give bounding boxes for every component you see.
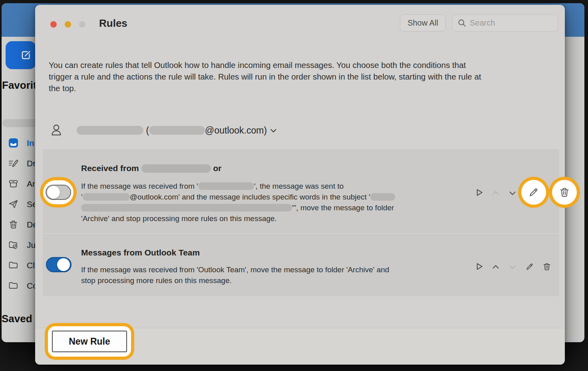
redacted-sender bbox=[198, 182, 254, 190]
chevron-down-icon bbox=[269, 126, 278, 135]
sidebar-item-deleted[interactable]: De bbox=[8, 219, 38, 230]
sidebar-item-label: Dr bbox=[27, 159, 36, 168]
sidebar-item-junk[interactable]: Ju bbox=[8, 239, 36, 250]
show-all-button[interactable]: Show All bbox=[400, 14, 446, 32]
show-all-label: Show All bbox=[407, 18, 438, 28]
rule1-desc-text: ', the message was sent to bbox=[254, 182, 344, 191]
rule2-desc-text: If the message was received from 'Outloo… bbox=[81, 265, 389, 274]
sidebar-item-label: Ar bbox=[27, 179, 35, 189]
search-field[interactable] bbox=[452, 14, 558, 32]
new-rule-highlight: New Rule bbox=[45, 323, 134, 360]
sidebar-item-inbox[interactable]: In bbox=[8, 138, 34, 148]
redacted-account-email bbox=[149, 126, 205, 135]
sidebar-item-label: In bbox=[27, 138, 34, 148]
rule1-title: Received from or bbox=[81, 164, 221, 173]
rules-intro-text: You can create rules that tell Outlook h… bbox=[49, 59, 491, 94]
inbox-icon bbox=[8, 138, 19, 148]
rule2-move-up-icon[interactable] bbox=[491, 263, 500, 271]
new-rule-label: New Rule bbox=[69, 336, 110, 347]
folder-icon bbox=[8, 280, 19, 291]
sidebar-item-folder-1[interactable]: Cl bbox=[8, 260, 35, 271]
rule1-move-down-icon[interactable] bbox=[508, 189, 517, 197]
rule2-description: If the message was received from 'Outloo… bbox=[81, 264, 389, 286]
rule2-run-icon[interactable] bbox=[475, 262, 484, 271]
zoom-button bbox=[79, 21, 85, 28]
compose-icon bbox=[20, 49, 32, 61]
rules-dialog: Rules Show All You can create rules that… bbox=[35, 5, 565, 365]
sidebar-item-drafts[interactable]: Dr bbox=[8, 158, 36, 169]
rule1-description: If the message was received from ' ', th… bbox=[81, 181, 395, 224]
search-input[interactable] bbox=[470, 18, 553, 28]
folder-icon bbox=[8, 260, 19, 271]
redacted-account-name bbox=[77, 126, 143, 135]
rule1-toggle-highlight bbox=[40, 177, 77, 207]
dialog-title: Rules bbox=[99, 17, 127, 30]
rule1-desc-text: If the message was received from ' bbox=[81, 182, 198, 191]
sent-icon bbox=[8, 199, 19, 209]
rule1-edit-highlight bbox=[518, 177, 549, 208]
close-button[interactable] bbox=[50, 21, 57, 28]
rule1-title-suffix: or bbox=[211, 164, 222, 173]
toggle-knob bbox=[57, 258, 70, 271]
minimize-button[interactable] bbox=[65, 21, 71, 28]
rule2-enable-toggle[interactable] bbox=[46, 257, 72, 272]
rule1-title-prefix: Received from bbox=[81, 164, 141, 173]
rule1-desc-text: 'Archive' and stop processing more rules… bbox=[81, 214, 277, 223]
person-icon bbox=[49, 123, 64, 138]
redacted-recipient bbox=[83, 193, 130, 201]
account-selector[interactable]: ( @outlook.com) bbox=[49, 122, 278, 139]
redacted-rule1-title bbox=[141, 164, 211, 173]
archive-icon bbox=[8, 178, 19, 189]
rule1-run-icon[interactable] bbox=[475, 188, 484, 197]
toggle-knob bbox=[47, 186, 60, 199]
favorites-heading: Favorit bbox=[2, 79, 37, 92]
junk-icon bbox=[8, 239, 19, 250]
rule2-move-down-icon bbox=[508, 263, 517, 271]
trash-icon bbox=[8, 219, 19, 230]
redacted-sidebar-text bbox=[2, 119, 39, 127]
sidebar-item-archive[interactable]: Ar bbox=[8, 178, 35, 189]
drafts-icon bbox=[8, 158, 19, 169]
trash-icon[interactable] bbox=[558, 186, 570, 198]
pencil-icon[interactable] bbox=[528, 186, 540, 198]
search-icon bbox=[457, 18, 467, 28]
rule1-delete-highlight bbox=[549, 177, 580, 208]
rule2-delete-icon[interactable] bbox=[542, 262, 552, 271]
redacted-subject-words bbox=[370, 193, 395, 201]
rule1-enable-toggle[interactable] bbox=[46, 185, 71, 200]
new-message-button[interactable] bbox=[6, 41, 36, 69]
account-email-suffix: @outlook.com) bbox=[205, 125, 269, 136]
screen: Favorit In Dr Ar bbox=[0, 0, 588, 371]
rule1-desc-text: "', move the message to folder bbox=[292, 203, 394, 212]
account-paren: ( bbox=[143, 125, 149, 136]
rule1-move-up-icon bbox=[491, 189, 500, 197]
sidebar-item-sent[interactable]: Se bbox=[8, 199, 37, 209]
sidebar-item-folder-2[interactable]: Co bbox=[8, 280, 38, 291]
redacted-subject-words bbox=[81, 204, 292, 211]
rule2-desc-text: stop processing more rules on this messa… bbox=[81, 276, 232, 285]
new-rule-button[interactable]: New Rule bbox=[52, 331, 127, 352]
rule2-edit-icon[interactable] bbox=[525, 262, 534, 271]
rule1-desc-text: @outlook.com' and the message includes s… bbox=[130, 193, 370, 201]
sidebar-item-label: Ju bbox=[27, 240, 36, 250]
rule2-title: Messages from Outlook Team bbox=[81, 248, 200, 257]
sidebar-item-label: Cl bbox=[27, 261, 35, 270]
saved-heading: Saved bbox=[2, 313, 32, 325]
